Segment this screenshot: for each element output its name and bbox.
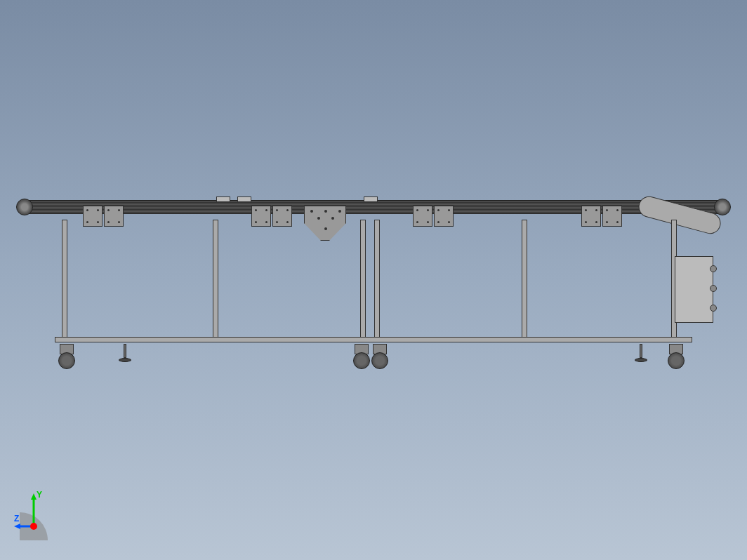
leg-bracket — [251, 206, 271, 227]
leveling-foot — [634, 344, 648, 365]
top-clip — [237, 196, 251, 202]
leg-bracket — [413, 206, 432, 227]
svg-marker-1 — [31, 493, 37, 500]
control-knob — [710, 265, 717, 272]
svg-point-4 — [30, 523, 37, 530]
leg-bracket — [104, 206, 124, 227]
leg-bracket — [581, 206, 601, 227]
leg-bracket — [602, 206, 622, 227]
conveyor-assembly — [20, 200, 727, 375]
frame-leg — [522, 220, 527, 342]
frame-leg — [213, 220, 218, 342]
control-knob — [710, 285, 717, 292]
caster-wheel — [666, 344, 687, 368]
caster-wheel — [369, 344, 390, 368]
control-knob — [710, 305, 717, 312]
control-box — [675, 256, 713, 323]
frame-leg — [374, 220, 380, 342]
leveling-foot — [118, 344, 132, 365]
top-clip — [216, 196, 230, 202]
frame-leg — [360, 220, 366, 342]
caster-wheel — [56, 344, 77, 368]
idler-pulley-left — [16, 199, 33, 215]
center-hanger-plate — [304, 206, 346, 241]
axis-triad: Y Z — [14, 490, 70, 546]
leg-bracket — [83, 206, 103, 227]
svg-marker-3 — [14, 524, 20, 529]
axis-z-label: Z — [14, 514, 19, 524]
drive-pulley-right — [714, 199, 731, 215]
axis-y-label: Y — [37, 490, 42, 500]
leg-bracket — [434, 206, 454, 227]
lower-frame-rail — [55, 337, 692, 342]
frame-leg — [62, 220, 67, 342]
top-clip — [364, 196, 378, 202]
leg-bracket — [272, 206, 292, 227]
